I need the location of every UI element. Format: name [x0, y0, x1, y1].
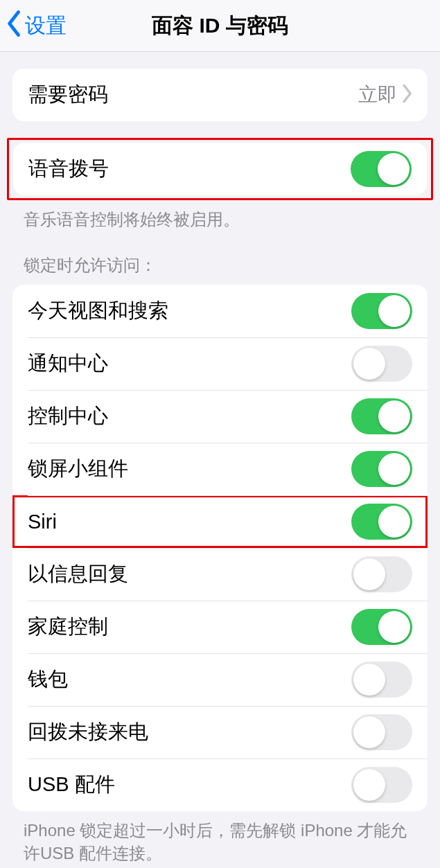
voice-dial-toggle[interactable]	[351, 151, 412, 187]
lock-access-label: 钱包	[28, 666, 351, 693]
lock-access-toggle[interactable]	[351, 662, 412, 698]
voice-dial-group: 语音拨号	[13, 143, 427, 195]
lock-access-label: 回拨未接来电	[28, 718, 351, 746]
lock-access-toggle[interactable]	[351, 714, 412, 750]
lock-access-row: Siri	[12, 495, 428, 548]
lock-access-label: 以信息回复	[28, 560, 351, 588]
lock-access-toggle[interactable]	[351, 398, 412, 434]
require-passcode-group: 需要密码 立即	[12, 69, 428, 121]
lock-access-row: 以信息回复	[12, 548, 428, 601]
lock-access-toggle[interactable]	[351, 556, 412, 592]
lock-access-row: USB 配件	[12, 759, 428, 811]
voice-dial-footer: 音乐语音控制将始终被启用。	[24, 209, 416, 231]
lock-access-header: 锁定时允许访问：	[24, 254, 416, 276]
lock-access-label: Siri	[28, 511, 351, 533]
chevron-right-icon	[401, 85, 412, 105]
require-passcode-row[interactable]: 需要密码 立即	[12, 69, 428, 121]
lock-access-label: 控制中心	[28, 402, 351, 430]
lock-access-row: 钱包	[12, 653, 428, 706]
lock-access-toggle[interactable]	[351, 609, 412, 645]
lock-access-label: 今天视图和搜索	[28, 297, 351, 325]
lock-access-row: 锁屏小组件	[12, 443, 428, 495]
lock-access-row: 通知中心	[12, 337, 428, 390]
lock-access-label: 锁屏小组件	[28, 455, 351, 483]
content: 需要密码 立即 语音拨号 音乐语音控制将始终被启用。 锁定时允许访问： 今天视图…	[0, 69, 440, 868]
require-passcode-label: 需要密码	[28, 81, 358, 109]
lock-access-row: 家庭控制	[12, 601, 428, 653]
nav-bar: 设置 面容 ID 与密码	[0, 0, 440, 52]
lock-access-row: 回拨未接来电	[12, 706, 428, 759]
lock-access-toggle[interactable]	[351, 293, 412, 329]
lock-access-label: 通知中心	[28, 350, 351, 378]
lock-access-row: 控制中心	[12, 390, 428, 443]
page-title: 面容 ID 与密码	[152, 12, 288, 40]
lock-access-row: 今天视图和搜索	[12, 285, 428, 337]
back-label: 设置	[25, 12, 67, 40]
lock-access-toggle[interactable]	[351, 451, 412, 487]
lock-access-footer: iPhone 锁定超过一小时后，需先解锁 iPhone 才能允许USB 配件连接…	[24, 820, 416, 865]
lock-access-toggle[interactable]	[351, 504, 412, 540]
lock-access-label: 家庭控制	[28, 613, 351, 641]
lock-access-group: 今天视图和搜索通知中心控制中心锁屏小组件Siri以信息回复家庭控制钱包回拨未接来…	[12, 285, 428, 811]
voice-dial-row: 语音拨号	[13, 143, 427, 195]
require-passcode-value: 立即	[358, 82, 397, 108]
lock-access-label: USB 配件	[28, 771, 351, 799]
lock-access-toggle[interactable]	[351, 767, 412, 803]
lock-access-toggle[interactable]	[351, 346, 412, 382]
voice-dial-highlight: 语音拨号	[7, 138, 433, 200]
voice-dial-label: 语音拨号	[28, 155, 351, 183]
back-button[interactable]: 设置	[7, 0, 67, 52]
chevron-left-icon	[7, 10, 22, 42]
